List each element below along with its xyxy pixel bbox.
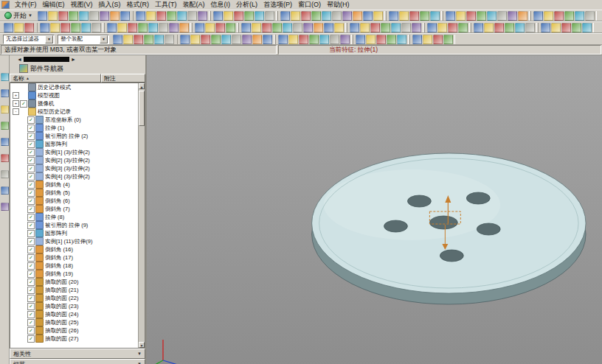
- toolbar-icon[interactable]: [572, 23, 581, 32]
- toolbar-icon[interactable]: [366, 35, 376, 44]
- expand-toggle[interactable]: +: [13, 92, 19, 99]
- feature-checkbox[interactable]: ✓: [27, 165, 35, 172]
- toolbar-icon[interactable]: [107, 23, 117, 32]
- tree-row[interactable]: ✓ 基准坐标系 (0): [10, 116, 145, 124]
- toolbar-icon[interactable]: [156, 11, 166, 21]
- toolbar-icon[interactable]: [190, 35, 200, 44]
- toolbar-icon[interactable]: [117, 23, 127, 32]
- toolbar-icon[interactable]: [330, 35, 339, 44]
- feature-checkbox[interactable]: ✓: [27, 246, 35, 253]
- toolbar-icon[interactable]: [518, 11, 527, 21]
- toolbar-icon[interactable]: [505, 23, 514, 32]
- section-details[interactable]: 细节 ▼: [10, 359, 145, 364]
- toolbar-icon[interactable]: [38, 11, 47, 21]
- resource-tab-icon[interactable]: [1, 73, 9, 81]
- menu-item[interactable]: 信息(I): [208, 0, 234, 10]
- toolbar-icon[interactable]: [211, 35, 221, 44]
- menu-item[interactable]: 工具(T): [152, 0, 180, 10]
- resource-tab-icon[interactable]: [1, 138, 9, 146]
- resource-tab-icon[interactable]: [1, 89, 9, 97]
- toolbar-icon[interactable]: [370, 23, 380, 32]
- scroll-down-icon[interactable]: ▼: [139, 342, 145, 348]
- toolbar-icon[interactable]: [113, 35, 122, 44]
- expand-toggle[interactable]: -: [13, 108, 19, 115]
- toolbar-icon[interactable]: [446, 11, 455, 21]
- toolbar-icon[interactable]: [477, 11, 486, 21]
- tree-row[interactable]: ✓ 倒斜角 (6): [10, 197, 145, 205]
- toolbar-icon[interactable]: [265, 11, 274, 21]
- toolbar-icon[interactable]: [376, 35, 386, 44]
- toolbar-icon[interactable]: [221, 35, 231, 44]
- toolbar-icon[interactable]: [201, 35, 210, 44]
- toolbar-icon[interactable]: [551, 23, 561, 32]
- feature-checkbox[interactable]: ✓: [27, 222, 35, 229]
- toolbar-icon[interactable]: [350, 23, 359, 32]
- feature-checkbox[interactable]: ✓: [27, 141, 35, 148]
- toolbar-icon[interactable]: [195, 23, 204, 32]
- menu-item[interactable]: 格式(R): [124, 0, 153, 10]
- feature-checkbox[interactable]: ✓: [27, 254, 35, 262]
- resource-tab-icon[interactable]: [1, 170, 9, 178]
- toolbar-icon[interactable]: [255, 11, 264, 21]
- feature-checkbox[interactable]: ✓: [27, 303, 35, 310]
- tree-row[interactable]: ✓ 抽取的面 (25): [10, 318, 145, 326]
- toolbar-icon[interactable]: [263, 35, 272, 44]
- feature-checkbox[interactable]: ✓: [27, 230, 35, 237]
- toolbar-icon[interactable]: [48, 11, 58, 21]
- toolbar-icon[interactable]: [291, 11, 300, 21]
- toolbar-icon[interactable]: [50, 23, 60, 32]
- toolbar-icon[interactable]: [242, 35, 252, 44]
- selection-scope-combo[interactable]: 整个装配 ▼: [58, 35, 109, 44]
- column-note[interactable]: 附注: [101, 74, 145, 83]
- feature-checkbox[interactable]: ✓: [27, 311, 35, 318]
- toolbar-icon[interactable]: [412, 35, 422, 44]
- toolbar-icon[interactable]: [324, 23, 333, 32]
- toolbar-icon[interactable]: [79, 11, 89, 21]
- panel-resize-slider[interactable]: ◄ ►: [10, 55, 145, 63]
- feature-checkbox[interactable]: ✓: [27, 335, 35, 343]
- toolbar-icon[interactable]: [387, 35, 396, 44]
- tree-row[interactable]: ✓ 抽取的面 (22): [10, 294, 145, 302]
- toolbar-icon[interactable]: [381, 23, 390, 32]
- toolbar-icon[interactable]: [311, 11, 321, 21]
- toolbar-icon[interactable]: [252, 23, 261, 32]
- hole[interactable]: [407, 195, 431, 207]
- toolbar-icon[interactable]: [397, 35, 406, 44]
- menu-item[interactable]: 装配(A): [180, 0, 208, 10]
- toolbar-icon[interactable]: [4, 23, 13, 32]
- feature-checkbox[interactable]: ✓: [27, 287, 35, 294]
- toolbar-icon[interactable]: [515, 23, 525, 32]
- toolbar-icon[interactable]: [484, 23, 494, 32]
- scroll-thumb[interactable]: [139, 91, 145, 126]
- toolbar-icon[interactable]: [262, 23, 271, 32]
- toolbar-icon[interactable]: [466, 11, 476, 21]
- toolbar-icon[interactable]: [423, 35, 432, 44]
- toolbar-icon[interactable]: [187, 11, 197, 21]
- toolbar-icon[interactable]: [280, 11, 290, 21]
- toolbar-icon[interactable]: [564, 11, 574, 21]
- toolbar-icon[interactable]: [110, 11, 120, 21]
- toolbar-icon[interactable]: [401, 23, 411, 32]
- toolbar-icon[interactable]: [179, 23, 189, 32]
- menu-item[interactable]: 插入(S): [96, 0, 124, 10]
- feature-checkbox[interactable]: ✓: [27, 173, 35, 181]
- toolbar-icon[interactable]: [278, 35, 288, 44]
- toolbar-icon[interactable]: [353, 11, 362, 21]
- tree-row[interactable]: ✓ 实例[4] (3)/拉伸(2): [10, 172, 145, 181]
- tree-row[interactable]: ✓ 倒斜角 (4): [10, 181, 145, 189]
- tree-row[interactable]: ✓ 拉伸 (1): [10, 124, 145, 132]
- tree-row[interactable]: ✓ 倒斜角 (18): [10, 262, 145, 270]
- toolbar-icon[interactable]: [487, 11, 497, 21]
- menu-item[interactable]: 分析(L): [233, 0, 260, 10]
- toolbar-icon[interactable]: [585, 11, 595, 21]
- toolbar-icon[interactable]: [81, 23, 91, 32]
- toolbar-icon[interactable]: [252, 35, 262, 44]
- toolbar-icon[interactable]: [494, 23, 504, 32]
- toolbar-icon[interactable]: [134, 35, 143, 44]
- toolbar-icon[interactable]: [169, 23, 179, 32]
- menu-item[interactable]: 编辑(E): [40, 0, 68, 10]
- toolbar-icon[interactable]: [456, 11, 466, 21]
- tree-row[interactable]: + ✓ 模型视图: [10, 91, 145, 99]
- tree-row[interactable]: ✓ 实例[2] (3)/拉伸(2): [10, 156, 145, 164]
- column-name[interactable]: 名称 ▲: [10, 74, 101, 83]
